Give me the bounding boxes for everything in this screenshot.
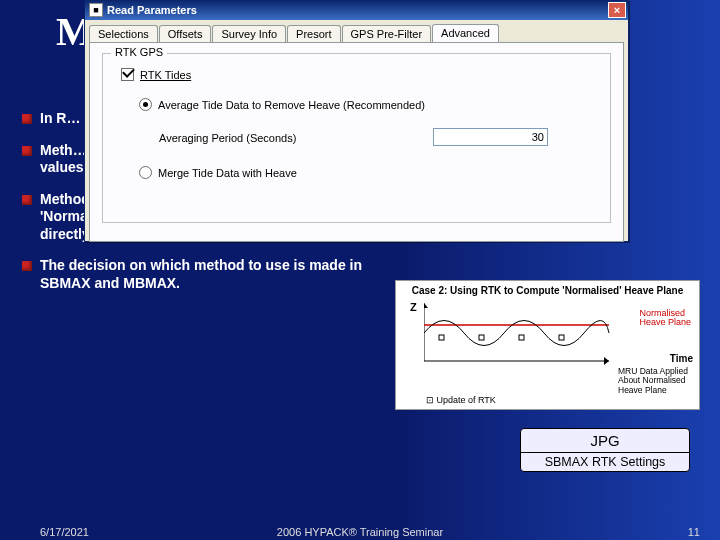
field-avg-tide[interactable]: Average Tide Data to Remove Heave (Recom…: [139, 98, 425, 111]
svg-rect-6: [559, 335, 564, 340]
field-rtk-tides[interactable]: RTK Tides: [121, 68, 191, 81]
diagram-norm-label: NormalisedHeave Plane: [639, 309, 691, 327]
footer-page: 11: [688, 526, 700, 538]
radio-merge-tide[interactable]: [139, 166, 152, 179]
footer-center: 2006 HYPACK® Training Seminar: [277, 526, 443, 538]
tab-panel-advanced: RTK GPS RTK Tides Average Tide Data to R…: [89, 42, 624, 242]
diagram-case2: Case 2: Using RTK to Compute 'Normalised…: [395, 280, 700, 410]
tab-offsets[interactable]: Offsets: [159, 25, 212, 43]
diagram-mru-label: MRU Data Applied About Normalised Heave …: [618, 367, 693, 395]
label-avg-tide: Average Tide Data to Remove Heave (Recom…: [158, 99, 425, 111]
diagram-legend: ⊡ Update of RTK: [426, 395, 496, 405]
bullet-item: The decision on which method to use is m…: [22, 257, 372, 292]
input-avg-period[interactable]: [433, 128, 548, 146]
tab-survey-info[interactable]: Survey Info: [212, 25, 286, 43]
diagram-xlabel: Time: [670, 353, 693, 364]
jpg-caption: SBMAX RTK Settings: [521, 453, 689, 471]
dialog-title: Read Parameters: [107, 4, 608, 16]
close-icon: ×: [614, 4, 620, 16]
tab-advanced[interactable]: Advanced: [432, 24, 499, 42]
diagram-title: Case 2: Using RTK to Compute 'Normalised…: [400, 285, 695, 296]
tab-bar: Selections Offsets Survey Info Presort G…: [89, 24, 624, 42]
svg-rect-3: [439, 335, 444, 340]
diagram-ylabel: Z: [410, 301, 417, 313]
label-rtk-tides: RTK Tides: [140, 69, 191, 81]
jpg-label: JPG: [521, 429, 689, 453]
footer-date: 6/17/2021: [40, 526, 89, 538]
label-merge-tide: Merge Tide Data with Heave: [158, 167, 297, 179]
checkbox-rtk-tides[interactable]: [121, 68, 134, 81]
sys-icon: ■: [89, 3, 103, 17]
field-merge-tide[interactable]: Merge Tide Data with Heave: [139, 166, 297, 179]
label-avg-period: Averaging Period (Seconds): [159, 132, 296, 144]
jpg-caption-box: JPG SBMAX RTK Settings: [520, 428, 690, 472]
read-parameters-dialog: ■ Read Parameters × Selections Offsets S…: [84, 0, 629, 242]
svg-rect-4: [479, 335, 484, 340]
tab-presort[interactable]: Presort: [287, 25, 340, 43]
radio-avg-tide[interactable]: [139, 98, 152, 111]
titlebar[interactable]: ■ Read Parameters ×: [85, 0, 628, 20]
field-avg-period: Averaging Period (Seconds): [159, 132, 296, 144]
diagram-plot: [424, 303, 614, 373]
svg-rect-5: [519, 335, 524, 340]
close-button[interactable]: ×: [608, 2, 626, 18]
group-legend: RTK GPS: [111, 46, 167, 58]
tab-selections[interactable]: Selections: [89, 25, 158, 43]
tab-gps-prefilter[interactable]: GPS Pre-Filter: [342, 25, 432, 43]
bullet-text: The decision on which method to use is m…: [40, 257, 362, 291]
group-rtk-gps: RTK GPS RTK Tides Average Tide Data to R…: [102, 53, 611, 223]
